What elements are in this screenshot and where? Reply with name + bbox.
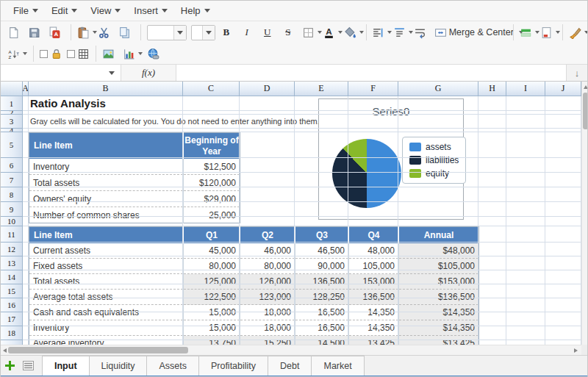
chevron-down-icon[interactable] xyxy=(109,71,115,75)
tab-profitability[interactable]: Profitability xyxy=(198,356,268,376)
name-box[interactable] xyxy=(1,65,121,81)
chevron-down-icon[interactable] xyxy=(359,31,364,34)
chevron-down-icon[interactable] xyxy=(584,31,588,34)
cell-reference-input[interactable] xyxy=(1,65,109,81)
chevron-down-icon[interactable] xyxy=(202,26,215,40)
column-header-cell[interactable]: Annual xyxy=(399,227,479,244)
cut-button[interactable] xyxy=(96,24,115,41)
vertical-align-button[interactable] xyxy=(392,24,411,41)
scroll-up-arrow-icon[interactable] xyxy=(583,85,588,90)
value-cell[interactable]: 80,000 xyxy=(184,259,240,274)
italic-button[interactable]: I xyxy=(239,24,258,41)
column-header-i[interactable]: I xyxy=(506,82,545,96)
value-cell[interactable]: $153,000 xyxy=(399,274,479,290)
line-item-cell[interactable]: Cash and cash equivalents xyxy=(29,305,184,320)
column-header-c[interactable]: C xyxy=(183,82,240,96)
row-header-7[interactable]: 7 xyxy=(1,173,23,187)
new-document-button[interactable] xyxy=(6,24,25,41)
row-header-11[interactable]: 11 xyxy=(1,226,23,243)
menu-file[interactable]: File xyxy=(7,1,45,21)
value-cell[interactable]: 153,000 xyxy=(349,274,399,290)
export-pdf-button[interactable]: A xyxy=(47,24,66,41)
value-cell[interactable]: $136,500 xyxy=(399,290,479,305)
column-header-a[interactable]: A xyxy=(23,82,29,96)
tab-assets[interactable]: Assets xyxy=(146,356,199,376)
column-header-f[interactable]: F xyxy=(348,82,398,96)
strikethrough-button[interactable]: S xyxy=(280,24,299,41)
legend-item-assets[interactable]: assets xyxy=(409,142,459,152)
tab-debt[interactable]: Debt xyxy=(268,356,312,376)
expand-formula-bar-button[interactable] xyxy=(566,65,587,81)
row-header-8[interactable]: 8 xyxy=(1,187,23,202)
scroll-right-arrow-icon[interactable] xyxy=(573,348,578,353)
column-header-g[interactable]: G xyxy=(398,82,478,96)
font-family-combobox[interactable] xyxy=(147,25,187,40)
column-header-cell[interactable]: Line Item xyxy=(29,133,184,159)
line-item-cell[interactable]: Inventory xyxy=(29,320,184,336)
value-cell[interactable]: 123,000 xyxy=(240,290,295,305)
value-cell[interactable]: 136,500 xyxy=(349,290,399,305)
line-item-cell[interactable]: Fixed assets xyxy=(29,259,184,274)
scroll-left-arrow-icon[interactable] xyxy=(2,348,8,353)
insert-chart-button[interactable] xyxy=(121,45,144,62)
wrap-text-button[interactable] xyxy=(412,24,431,41)
menu-edit[interactable]: Edit xyxy=(45,1,84,21)
row-header-9[interactable]: 9 xyxy=(1,202,23,217)
value-cell[interactable]: $14,350 xyxy=(399,320,479,336)
value-cell[interactable]: 18,000 xyxy=(240,320,295,336)
column-header-d[interactable]: D xyxy=(240,82,295,96)
vertical-scrollbar[interactable] xyxy=(581,82,588,345)
value-cell[interactable]: 122,500 xyxy=(184,290,240,305)
cell-grid[interactable]: Ratio Analysis Gray cells will be calcul… xyxy=(23,96,581,345)
lock-cells-checkbox[interactable] xyxy=(40,50,48,58)
fill-color-button[interactable] xyxy=(343,24,362,41)
chevron-down-icon[interactable] xyxy=(173,26,186,40)
value-cell[interactable]: 18,000 xyxy=(240,305,295,320)
borders-button[interactable] xyxy=(301,24,320,41)
value-cell[interactable]: $120,000 xyxy=(184,175,240,191)
insert-link-button[interactable] xyxy=(146,45,165,62)
value-cell[interactable]: $14,350 xyxy=(399,305,479,320)
value-cell[interactable]: $29,000 xyxy=(184,191,240,207)
value-cell[interactable]: 14,350 xyxy=(349,305,399,320)
value-cell[interactable]: 25,000 xyxy=(184,207,240,223)
tab-liquidity[interactable]: Liquidity xyxy=(89,356,148,376)
vertical-scrollbar-thumb[interactable] xyxy=(583,93,588,129)
line-item-cell[interactable]: Owners' equity xyxy=(29,191,184,207)
cell-format-button[interactable] xyxy=(539,24,558,41)
underline-button[interactable]: U xyxy=(259,24,279,41)
insert-image-button[interactable] xyxy=(101,45,120,62)
tab-input[interactable]: Input xyxy=(42,356,90,376)
row-header-16[interactable]: 16 xyxy=(1,298,23,312)
column-header-cell[interactable]: Line Item xyxy=(29,227,184,244)
value-cell[interactable]: 105,000 xyxy=(349,259,399,274)
line-item-cell[interactable]: Total assets xyxy=(29,175,184,191)
format-painter-button[interactable] xyxy=(567,24,587,41)
text-color-button[interactable]: A xyxy=(321,24,340,41)
column-header-j[interactable]: J xyxy=(545,82,581,96)
value-cell[interactable]: 80,000 xyxy=(240,259,295,274)
row-header-12[interactable]: 12 xyxy=(1,243,23,256)
lock-cells-button[interactable] xyxy=(38,45,64,62)
row-header-13[interactable]: 13 xyxy=(1,256,23,270)
row-header-6[interactable]: 6 xyxy=(1,158,23,173)
value-cell[interactable]: 16,500 xyxy=(295,320,349,336)
select-all-corner[interactable] xyxy=(1,82,23,96)
menu-help[interactable]: Help xyxy=(174,1,217,21)
copy-button[interactable] xyxy=(117,24,136,41)
sheet-title-cell[interactable]: Ratio Analysis xyxy=(30,97,106,109)
line-item-cell[interactable]: Average total assets xyxy=(29,290,184,305)
bold-button[interactable]: B xyxy=(218,24,237,41)
column-header-e[interactable]: E xyxy=(295,82,348,96)
paste-button[interactable] xyxy=(76,24,95,41)
horizontal-align-button[interactable] xyxy=(370,24,390,41)
chevron-down-icon[interactable] xyxy=(138,52,143,55)
value-cell[interactable]: 16,500 xyxy=(295,305,349,320)
chevron-down-icon[interactable] xyxy=(23,52,27,55)
font-size-combobox[interactable] xyxy=(191,25,215,40)
row-header-17[interactable]: 17 xyxy=(1,312,23,326)
formula-input[interactable] xyxy=(176,65,566,81)
toggle-gridlines-checkbox[interactable] xyxy=(67,50,75,58)
row-header-18[interactable]: 18 xyxy=(1,326,23,340)
column-header-h[interactable]: H xyxy=(478,82,506,96)
